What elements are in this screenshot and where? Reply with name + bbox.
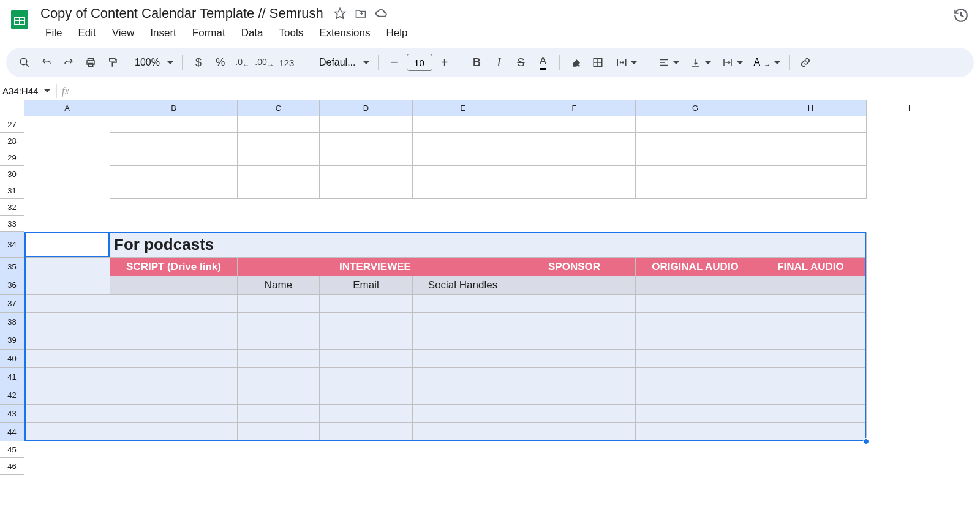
cell[interactable]	[513, 149, 636, 166]
cell[interactable]	[867, 276, 952, 295]
cell[interactable]	[110, 386, 238, 405]
text-color-icon[interactable]: A	[533, 53, 553, 72]
row-header[interactable]: 31	[0, 182, 24, 199]
cell[interactable]	[110, 182, 238, 199]
column-header[interactable]: G	[636, 100, 755, 116]
cell[interactable]	[513, 216, 636, 232]
cell[interactable]	[636, 116, 755, 133]
italic-icon[interactable]: I	[489, 53, 509, 72]
cell[interactable]	[238, 313, 320, 331]
cell[interactable]	[867, 331, 952, 350]
cell[interactable]	[755, 182, 867, 199]
cell[interactable]	[867, 166, 952, 182]
row-header[interactable]: 34	[0, 232, 24, 258]
row-header[interactable]: 35	[0, 258, 24, 276]
cell[interactable]	[867, 149, 952, 166]
cell[interactable]	[320, 441, 413, 458]
cell[interactable]	[110, 166, 238, 182]
cell[interactable]	[320, 458, 413, 475]
decrease-decimal-icon[interactable]: .0←	[233, 53, 252, 72]
cell[interactable]	[238, 386, 320, 405]
cloud-status-icon[interactable]	[375, 7, 388, 20]
increase-decimal-icon[interactable]: .00→	[255, 53, 274, 72]
podcast-header-interviewee[interactable]: INTERVIEWEE	[238, 258, 513, 276]
cell[interactable]	[320, 405, 413, 423]
text-wrap-dropdown[interactable]	[716, 57, 745, 68]
row-header[interactable]: 44	[0, 423, 24, 441]
cell[interactable]	[636, 441, 755, 458]
select-all-corner[interactable]	[0, 100, 24, 116]
version-history-icon[interactable]	[953, 7, 970, 24]
cell[interactable]	[320, 133, 413, 149]
cell[interactable]	[513, 350, 636, 368]
cell[interactable]	[513, 458, 636, 475]
more-formats-icon[interactable]: 123	[277, 53, 296, 72]
cell[interactable]	[413, 313, 513, 331]
cell[interactable]	[513, 313, 636, 331]
cell[interactable]	[110, 116, 238, 133]
cell[interactable]	[636, 216, 755, 232]
podcast-subheader-email[interactable]: Email	[320, 276, 413, 295]
cell[interactable]	[238, 405, 320, 423]
cell[interactable]	[24, 216, 110, 232]
strikethrough-icon[interactable]: S	[511, 53, 531, 72]
cell[interactable]	[24, 441, 110, 458]
cell[interactable]	[755, 368, 867, 386]
currency-icon[interactable]: $	[189, 53, 208, 72]
cell[interactable]	[24, 331, 110, 350]
cell[interactable]	[867, 199, 952, 216]
cell[interactable]	[320, 331, 413, 350]
cell[interactable]	[320, 166, 413, 182]
cell[interactable]	[110, 276, 238, 295]
cell[interactable]	[110, 441, 238, 458]
cell[interactable]	[320, 182, 413, 199]
cell[interactable]	[24, 133, 110, 149]
cell[interactable]	[513, 331, 636, 350]
row-header[interactable]: 42	[0, 386, 24, 405]
font-size-input[interactable]: 10	[407, 54, 432, 71]
cell[interactable]	[238, 331, 320, 350]
cell[interactable]	[413, 368, 513, 386]
cell[interactable]	[755, 133, 867, 149]
cell[interactable]	[24, 368, 110, 386]
cell[interactable]	[513, 166, 636, 182]
cell[interactable]	[320, 295, 413, 313]
cell[interactable]	[110, 368, 238, 386]
cell[interactable]	[24, 313, 110, 331]
cell[interactable]	[636, 295, 755, 313]
cell[interactable]	[513, 441, 636, 458]
row-header[interactable]: 43	[0, 405, 24, 423]
cell[interactable]	[413, 116, 513, 133]
cell[interactable]	[867, 258, 952, 276]
insert-link-icon[interactable]	[796, 53, 815, 72]
cell[interactable]	[24, 405, 110, 423]
row-header[interactable]: 27	[0, 116, 24, 133]
fill-color-icon[interactable]	[566, 53, 586, 72]
print-icon[interactable]	[81, 53, 100, 72]
move-folder-icon[interactable]	[354, 7, 368, 20]
column-header[interactable]: I	[867, 100, 952, 116]
cell[interactable]	[413, 133, 513, 149]
cell[interactable]	[513, 116, 636, 133]
cell[interactable]	[867, 423, 952, 441]
cell[interactable]	[238, 423, 320, 441]
cell[interactable]	[867, 216, 952, 232]
cell[interactable]	[755, 441, 867, 458]
cell[interactable]	[24, 232, 110, 258]
menu-insert[interactable]: Insert	[143, 24, 184, 42]
cell[interactable]	[320, 423, 413, 441]
cell[interactable]	[413, 182, 513, 199]
cell[interactable]	[110, 295, 238, 313]
undo-icon[interactable]	[37, 53, 56, 72]
cell[interactable]	[24, 166, 110, 182]
menu-data[interactable]: Data	[234, 24, 271, 42]
vertical-align-dropdown[interactable]	[684, 57, 714, 68]
cell[interactable]	[413, 458, 513, 475]
cell[interactable]	[24, 149, 110, 166]
menu-help[interactable]: Help	[379, 24, 415, 42]
cell[interactable]	[513, 182, 636, 199]
row-header[interactable]: 40	[0, 350, 24, 368]
row-header[interactable]: 30	[0, 166, 24, 182]
cell[interactable]	[320, 368, 413, 386]
cell[interactable]	[636, 313, 755, 331]
